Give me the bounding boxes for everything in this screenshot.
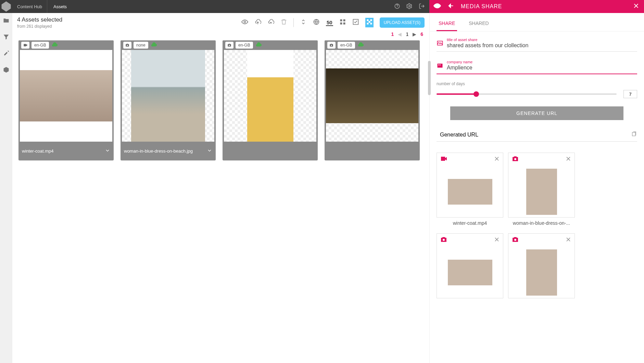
remove-icon[interactable] xyxy=(493,155,500,164)
title-input[interactable] xyxy=(447,42,637,49)
days-value[interactable]: 7 xyxy=(623,90,637,98)
app-name[interactable]: Content Hub xyxy=(12,0,47,13)
asset-card[interactable]: en-GBwinter-coat.mp4 xyxy=(18,40,114,160)
cloud-delete-icon[interactable] xyxy=(267,18,274,27)
share-item-label: winter-coat.mp4 xyxy=(437,218,503,229)
svg-rect-21 xyxy=(440,65,441,66)
cloud-synced-icon xyxy=(150,41,157,49)
help-icon[interactable] xyxy=(394,3,400,10)
image-icon xyxy=(437,40,443,47)
svg-rect-14 xyxy=(370,23,372,25)
video-icon xyxy=(21,42,29,49)
camera-icon xyxy=(511,235,519,245)
cloud-synced-icon xyxy=(51,41,58,49)
pager-prev-icon[interactable]: ◀ xyxy=(398,31,402,37)
svg-point-17 xyxy=(331,45,332,46)
days-slider[interactable] xyxy=(437,93,617,95)
globe-icon[interactable] xyxy=(313,18,320,27)
asset-card[interactable]: en-GB xyxy=(223,40,318,160)
svg-rect-8 xyxy=(343,23,345,25)
svg-rect-12 xyxy=(368,21,370,23)
locale-badge: en-GB xyxy=(236,42,253,49)
video-icon xyxy=(440,155,448,164)
folder-icon[interactable] xyxy=(3,17,10,24)
pager-last[interactable]: 6 xyxy=(420,31,423,37)
back-icon[interactable] xyxy=(447,2,455,11)
generated-url: Generated URL xyxy=(440,132,478,138)
trash-icon[interactable] xyxy=(280,18,287,27)
copy-icon[interactable] xyxy=(631,131,637,139)
svg-rect-10 xyxy=(367,20,368,21)
camera-icon xyxy=(511,155,519,164)
svg-rect-13 xyxy=(367,23,368,25)
remove-icon[interactable] xyxy=(493,236,500,244)
selection-sub: from 261 displayed xyxy=(17,24,237,29)
remove-icon[interactable] xyxy=(565,236,572,244)
svg-rect-11 xyxy=(370,20,372,21)
svg-point-15 xyxy=(127,45,128,46)
selection-title: 4 Assets selected xyxy=(17,16,237,23)
remove-icon[interactable] xyxy=(565,155,572,164)
company-icon xyxy=(437,62,443,69)
chevron-down-icon[interactable] xyxy=(207,148,212,154)
company-label: company name xyxy=(447,60,637,64)
svg-rect-6 xyxy=(343,20,345,22)
generate-url-button[interactable]: GENERATE URL xyxy=(450,106,623,120)
company-input[interactable] xyxy=(447,65,637,71)
locale-badge: en-GB xyxy=(31,42,49,49)
pager-next-icon[interactable]: ▶ xyxy=(413,31,416,37)
package-icon[interactable] xyxy=(3,66,10,73)
camera-icon xyxy=(440,235,448,245)
grid-view-icon[interactable] xyxy=(339,18,346,27)
svg-point-25 xyxy=(443,239,445,241)
tools-icon[interactable] xyxy=(3,50,10,57)
camera-icon xyxy=(327,42,336,49)
gear-icon[interactable] xyxy=(406,3,413,10)
scrollbar[interactable] xyxy=(428,61,429,95)
svg-point-26 xyxy=(514,239,516,241)
filter-icon[interactable] xyxy=(3,34,10,40)
close-icon[interactable] xyxy=(632,2,640,11)
svg-rect-5 xyxy=(340,20,342,22)
upload-button[interactable]: UPLOAD ASSET(S) xyxy=(380,17,425,28)
logout-icon[interactable] xyxy=(419,3,425,10)
cloud-upload-icon[interactable] xyxy=(254,18,261,27)
svg-point-24 xyxy=(514,158,516,160)
camera-icon xyxy=(123,42,131,49)
cloud-synced-icon xyxy=(357,41,364,49)
asset-name: winter-coat.mp4 xyxy=(22,148,53,154)
svg-point-3 xyxy=(244,21,245,23)
checkbox-icon[interactable] xyxy=(352,18,359,27)
share-item xyxy=(437,233,503,298)
locale-badge: none xyxy=(134,42,148,49)
tab-shared[interactable]: SHARED xyxy=(467,18,491,31)
page-size[interactable]: 50 xyxy=(326,20,333,26)
asset-card[interactable]: nonewoman-in-blue-dress-on-beach.jpg xyxy=(121,40,216,160)
svg-point-16 xyxy=(229,45,230,46)
share-item xyxy=(508,233,575,298)
preview-icon[interactable] xyxy=(433,2,441,11)
share-item-label: woman-in-blue-dress-on-... xyxy=(508,218,575,229)
asset-name: woman-in-blue-dress-on-beach.jpg xyxy=(124,148,193,154)
svg-point-2 xyxy=(436,5,438,7)
locale-badge: en-GB xyxy=(338,42,355,49)
eye-icon[interactable] xyxy=(241,18,248,27)
tab-assets[interactable]: Assets xyxy=(47,0,73,13)
app-logo[interactable] xyxy=(0,0,12,13)
pager-current: 1 xyxy=(406,31,408,37)
pager-first[interactable]: 1 xyxy=(391,31,394,37)
asset-card[interactable]: en-GB xyxy=(325,40,420,160)
cloud-synced-icon xyxy=(255,41,262,49)
share-item xyxy=(437,153,503,218)
share-title: MEDIA SHARE xyxy=(461,3,502,10)
camera-icon xyxy=(225,42,233,49)
title-label: title of asset share xyxy=(447,38,637,42)
svg-rect-20 xyxy=(438,65,439,66)
transparency-icon[interactable] xyxy=(365,18,374,27)
tab-share[interactable]: SHARE xyxy=(437,18,457,31)
chevron-down-icon[interactable] xyxy=(105,148,110,154)
sort-icon[interactable] xyxy=(300,18,307,27)
svg-rect-23 xyxy=(632,132,635,136)
svg-rect-19 xyxy=(438,64,443,68)
svg-point-1 xyxy=(409,5,411,7)
